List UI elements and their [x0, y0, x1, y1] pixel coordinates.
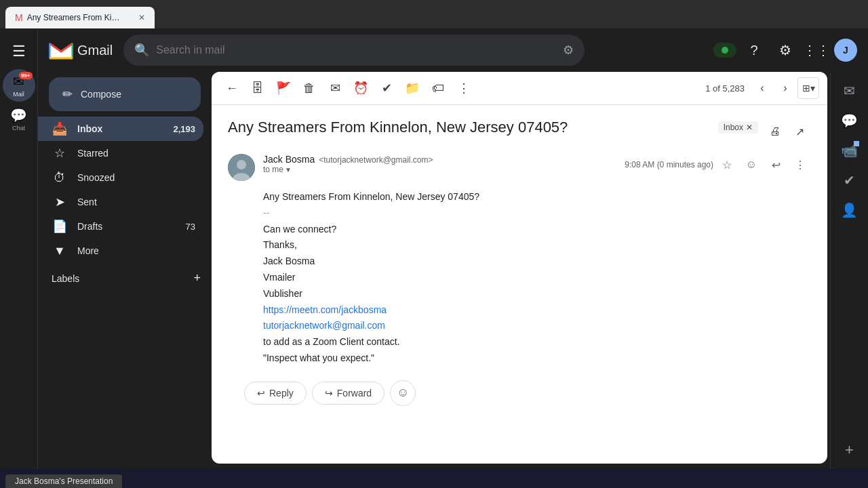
- snooze-button[interactable]: ⏰: [349, 76, 373, 100]
- mail-badge: 99+: [19, 72, 33, 79]
- sidebar-item-drafts[interactable]: 📄 Drafts 73: [38, 214, 203, 239]
- body-separator: --: [263, 205, 776, 222]
- email-message: Jack Bosma <tutorjacknetwork@gmail.com> …: [212, 151, 827, 425]
- avatar[interactable]: J: [834, 39, 857, 62]
- taskbar-item[interactable]: Jack Bosma's Presentation: [5, 474, 122, 488]
- tab-favicon: M: [15, 12, 23, 23]
- right-panel-tasks-icon[interactable]: ✔: [836, 167, 863, 194]
- body-title1: Vmailer: [263, 270, 776, 286]
- status-button[interactable]: [713, 43, 736, 58]
- prev-email-button[interactable]: ‹: [751, 77, 773, 99]
- print-button[interactable]: 🖨: [764, 120, 787, 143]
- body-link2[interactable]: tutorjacknetwork@gmail.com: [263, 320, 385, 331]
- chat-nav-icon[interactable]: 💬 Chat: [3, 103, 35, 136]
- browser-tab[interactable]: M Any Streamers From Kinnelon, New Jerse…: [5, 7, 155, 28]
- tab-title: Any Streamers From Kinnelon, New Jersey …: [27, 13, 122, 22]
- message-more-button[interactable]: ⋮: [789, 154, 811, 176]
- forward-button[interactable]: ↪ Forward: [312, 382, 384, 405]
- compose-label: Compose: [81, 89, 121, 100]
- status-dot: [722, 47, 728, 54]
- reply-button[interactable]: ↩ Reply: [244, 382, 307, 405]
- email-action-button[interactable]: ✉: [323, 76, 347, 100]
- star-button[interactable]: ☆: [716, 154, 738, 176]
- drafts-label: Drafts: [77, 221, 176, 232]
- right-panel-contacts-icon[interactable]: 👤: [836, 197, 863, 224]
- help-button[interactable]: ?: [741, 37, 768, 64]
- inbox-badge: Inbox ✕: [718, 121, 758, 134]
- sidebar-item-more[interactable]: ▼ More: [38, 239, 203, 263]
- labels-header-text: Labels: [52, 273, 79, 284]
- label-button[interactable]: 🏷: [426, 76, 450, 100]
- right-panel-chat-icon[interactable]: 💬: [836, 107, 863, 134]
- inbox-icon: 📥: [52, 121, 68, 136]
- reply-icon: ↩: [257, 388, 265, 399]
- sent-icon: ➤: [52, 195, 68, 209]
- right-panel-add-button[interactable]: +: [836, 436, 863, 464]
- menu-icon[interactable]: ☰: [3, 35, 35, 68]
- apps-button[interactable]: ⋮⋮: [803, 37, 830, 64]
- forward-icon: ↪: [325, 388, 333, 399]
- body-extra2: "Inspect what you expect.": [263, 350, 776, 367]
- reply-quick-button[interactable]: ↩: [765, 154, 787, 176]
- compose-icon: ✏: [62, 87, 73, 102]
- body-connect: Can we connect?: [263, 222, 776, 238]
- mail-nav-icon[interactable]: ✉ 99+ Mail: [3, 69, 35, 102]
- back-button[interactable]: ←: [220, 76, 244, 100]
- starred-icon: ☆: [52, 146, 68, 161]
- more-options-button[interactable]: ⋮: [452, 76, 476, 100]
- inbox-label: Inbox: [77, 123, 163, 134]
- right-panel-meet-icon[interactable]: 📹: [836, 137, 863, 164]
- compose-button[interactable]: ✏ Compose: [49, 77, 201, 111]
- archive-button[interactable]: 🗄: [245, 76, 270, 100]
- add-label-button[interactable]: +: [193, 271, 201, 285]
- body-thanks: Thanks,: [263, 237, 776, 253]
- to-me[interactable]: to me ▼: [263, 165, 616, 174]
- search-icon: 🔍: [134, 43, 149, 58]
- sidebar-item-sent[interactable]: ➤ Sent: [38, 190, 203, 214]
- meet-notification-dot: [854, 141, 859, 146]
- sent-label: Sent: [77, 197, 195, 207]
- avatar-icon: [228, 154, 255, 181]
- react-button[interactable]: ☺: [741, 154, 762, 176]
- tab-close-icon[interactable]: ✕: [138, 13, 145, 22]
- snoozed-label: Snoozed: [77, 172, 195, 183]
- message-meta: Jack Bosma <tutorjacknetwork@gmail.com> …: [263, 154, 616, 174]
- email-subject-area: Any Streamers From Kinnelon, New Jersey …: [212, 105, 827, 151]
- drafts-icon: 📄: [52, 219, 68, 234]
- chat-rail-label: Chat: [12, 125, 25, 131]
- sidebar-item-inbox[interactable]: 📥 Inbox 2,193: [38, 117, 203, 141]
- delete-button[interactable]: 🗑: [297, 76, 321, 100]
- snoozed-icon: ⏱: [52, 171, 68, 185]
- drafts-count: 73: [186, 222, 195, 232]
- icon-rail: ☰ ✉ 99+ Mail 💬 Chat: [0, 28, 38, 469]
- search-input[interactable]: [156, 44, 556, 56]
- gmail-logo-icon: [49, 41, 73, 60]
- forward-label: Forward: [337, 388, 372, 399]
- body-extra1: to add as a Zoom Client contact.: [263, 334, 776, 350]
- email-view: ← 🗄 🚩 🗑 ✉ ⏰ ✔ 📁 🏷 ⋮ 1 of 5,283 ‹ ›: [212, 72, 827, 464]
- emoji-reaction-button[interactable]: ☺: [390, 380, 416, 406]
- page-count: 1 of 5,283: [705, 83, 745, 94]
- tasks-button[interactable]: ✔: [374, 76, 399, 100]
- body-link1[interactable]: https://meetn.com/jackbosma: [263, 304, 387, 315]
- move-button[interactable]: 📁: [400, 76, 425, 100]
- filter-icon[interactable]: ⚙: [563, 43, 574, 58]
- settings-button[interactable]: ⚙: [772, 37, 799, 64]
- starred-label: Starred: [77, 148, 195, 159]
- sidebar-item-starred[interactable]: ☆ Starred: [38, 141, 203, 165]
- inbox-count: 2,193: [173, 124, 195, 134]
- gmail-logo-text: Gmail: [77, 43, 113, 58]
- body-name: Jack Bosma: [263, 253, 776, 270]
- sidebar-item-snoozed[interactable]: ⏱ Snoozed: [38, 165, 203, 190]
- bottom-bar: Jack Bosma's Presentation: [0, 469, 868, 488]
- body-title2: Vublisher: [263, 286, 776, 302]
- report-button[interactable]: 🚩: [271, 76, 296, 100]
- view-options-button[interactable]: ⊞▾: [797, 77, 819, 99]
- sender-name: Jack Bosma: [263, 154, 315, 165]
- right-panel: ✉ 💬 📹 ✔ 👤 +: [830, 72, 868, 469]
- body-subject-line: Any Streamers From Kinnelon, New Jersey …: [263, 189, 776, 205]
- right-panel-mail-icon[interactable]: ✉: [836, 77, 863, 104]
- next-email-button[interactable]: ›: [774, 77, 796, 99]
- search-bar[interactable]: 🔍 ⚙: [123, 35, 585, 66]
- open-in-new-button[interactable]: ↗: [788, 120, 811, 143]
